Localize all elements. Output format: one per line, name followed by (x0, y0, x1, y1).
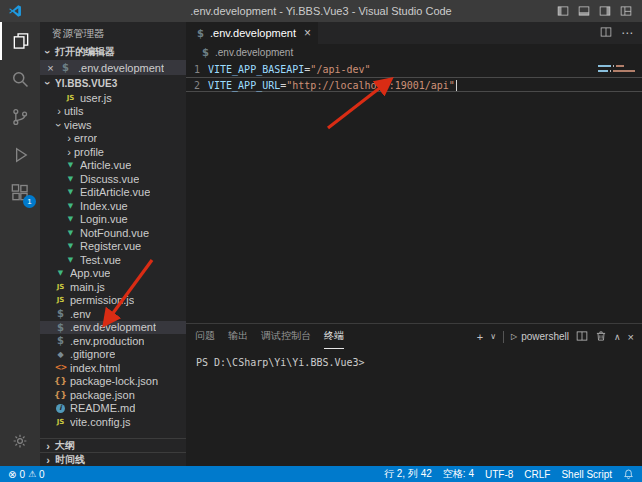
search-icon[interactable] (0, 60, 40, 98)
info-file-icon: i (56, 404, 65, 413)
terminal-shell-selector[interactable]: ▷ powershell (511, 331, 569, 342)
sidebar-bottom-sections: ›大纲›时间线 (40, 438, 186, 466)
tree-item-app.vue[interactable]: ▼App.vue (40, 267, 186, 281)
vue-file-icon: ▼ (64, 161, 77, 169)
vue-file-icon: ▼ (64, 175, 77, 183)
tree-item-index.vue[interactable]: ▼Index.vue (40, 199, 186, 213)
toggle-secondary-sidebar-icon[interactable] (599, 5, 611, 17)
code-editor[interactable]: 1VITE_APP_BASEAPI="/api-dev"2VITE_APP_UR… (186, 60, 642, 323)
open-editor-.env.development[interactable]: ×$.env.development (40, 60, 186, 75)
env-file-icon: $ (59, 62, 72, 73)
tree-item-.gitignore[interactable]: ◆.gitignore (40, 348, 186, 362)
chevron-right-icon: › (43, 455, 53, 465)
terminal-content[interactable]: PS D:\CSharp\Yi\Yi.BBS.Vue3> (186, 349, 642, 466)
project-header[interactable]: › YI.BBS.VUE3 (40, 75, 186, 91)
minimap[interactable] (594, 63, 642, 77)
tree-item-package-lock.json[interactable]: {}package-lock.json (40, 375, 186, 389)
shell-name: powershell (521, 331, 569, 342)
tree-item-views[interactable]: ›views (40, 118, 186, 132)
toggle-sidebar-icon[interactable] (557, 5, 569, 17)
run-debug-icon[interactable] (0, 136, 40, 174)
sidebar-section-timeline[interactable]: ›时间线 (40, 452, 186, 466)
tree-item-editarticle.vue[interactable]: ▼EditArticle.vue (40, 186, 186, 200)
env-file-icon: $ (54, 335, 67, 346)
editor-actions: ⋯ (600, 22, 642, 44)
code-line-2[interactable]: 2VITE_APP_URL="http://localhost:19001/ap… (186, 77, 642, 92)
file-name: user.js (80, 92, 112, 104)
tree-item-user.js[interactable]: JSuser.js (40, 91, 186, 105)
env-file-icon: $ (54, 308, 67, 319)
maximize-panel-icon[interactable]: ∧ (614, 332, 621, 342)
status-item-crlf[interactable]: CRLF (524, 469, 550, 480)
status-item-shell-script[interactable]: Shell Script (561, 469, 612, 480)
customize-layout-icon[interactable] (620, 5, 632, 17)
error-icon: ⊗ (8, 469, 16, 480)
tree-item-.env.development[interactable]: $.env.development (40, 321, 186, 335)
status-item-空格-4[interactable]: 空格: 4 (443, 467, 474, 481)
tree-item-vite.config.js[interactable]: JSvite.config.js (40, 415, 186, 429)
terminal-dropdown-icon[interactable]: ∨ (490, 332, 496, 341)
close-panel-icon[interactable]: × (628, 331, 634, 343)
problems-status[interactable]: ⊗ 0 ⚠ 0 (8, 469, 45, 480)
panel-tab-输出[interactable]: 输出 (228, 324, 248, 349)
editor-group: $.env.development× ⋯ $ .env.development … (186, 22, 642, 466)
code-line-1[interactable]: 1VITE_APP_BASEAPI="/api-dev" (186, 62, 642, 77)
file-name: App.vue (70, 267, 110, 279)
kill-terminal-icon[interactable] (595, 330, 607, 344)
settings-gear-icon[interactable] (0, 422, 40, 460)
main-area: 1 资源管理器 › 打开的编辑器 ×$.env.development › YI… (0, 22, 642, 466)
file-name: vite.config.js (70, 416, 131, 428)
tree-item-register.vue[interactable]: ▼Register.vue (40, 240, 186, 254)
section-label: 大纲 (55, 439, 75, 453)
tree-item-article.vue[interactable]: ▼Article.vue (40, 159, 186, 173)
tree-item-main.js[interactable]: JSmain.js (40, 280, 186, 294)
chevron-right-icon: › (64, 133, 74, 143)
tree-item-.env[interactable]: $.env (40, 307, 186, 321)
file-name: .gitignore (70, 348, 115, 360)
tree-item-login.vue[interactable]: ▼Login.vue (40, 213, 186, 227)
tree-item-notfound.vue[interactable]: ▼NotFound.vue (40, 226, 186, 240)
tree-item-package.json[interactable]: {}package.json (40, 388, 186, 402)
warning-icon: ⚠ (28, 469, 36, 479)
split-terminal-icon[interactable] (576, 330, 588, 344)
toggle-panel-icon[interactable] (578, 5, 590, 17)
env-file-icon: $ (54, 322, 67, 333)
status-bar: ⊗ 0 ⚠ 0 行 2, 列 42空格: 4UTF-8CRLFShell Scr… (0, 466, 642, 482)
extensions-icon[interactable]: 1 (0, 174, 40, 212)
tree-item-index.html[interactable]: <>index.html (40, 361, 186, 375)
env-file-icon: $ (194, 28, 207, 39)
tree-item-.env.production[interactable]: $.env.production (40, 334, 186, 348)
notifications-bell-icon[interactable] (623, 469, 634, 480)
status-item-utf-8[interactable]: UTF-8 (485, 469, 513, 480)
sidebar-section-outline[interactable]: ›大纲 (40, 438, 186, 452)
panel-tab-问题[interactable]: 问题 (195, 324, 215, 349)
tree-item-profile[interactable]: ›profile (40, 145, 186, 159)
file-name: .env (70, 308, 91, 320)
tree-item-permission.js[interactable]: JSpermission.js (40, 294, 186, 308)
js-file-icon: JS (54, 418, 67, 426)
file-tree: JSuser.js›utils›views›error›profile▼Arti… (40, 91, 186, 438)
file-name: Article.vue (80, 159, 131, 171)
open-editors-header[interactable]: › 打开的编辑器 (40, 44, 186, 60)
panel-tab-调试控制台[interactable]: 调试控制台 (261, 324, 311, 349)
vue-file-icon: ▼ (64, 256, 77, 264)
more-actions-icon[interactable]: ⋯ (621, 26, 633, 40)
tree-item-discuss.vue[interactable]: ▼Discuss.vue (40, 172, 186, 186)
split-editor-icon[interactable] (600, 26, 612, 41)
new-terminal-icon[interactable]: + (477, 331, 483, 343)
panel-tab-终端[interactable]: 终端 (324, 324, 344, 349)
status-item-行-2-列-42[interactable]: 行 2, 列 42 (384, 467, 432, 481)
file-name: package.json (70, 389, 135, 401)
source-control-icon[interactable] (0, 98, 40, 136)
close-icon[interactable]: × (304, 26, 311, 40)
vue-file-icon: ▼ (54, 269, 67, 277)
editor-tab-.env.development[interactable]: $.env.development× (186, 22, 318, 44)
tree-item-utils[interactable]: ›utils (40, 105, 186, 119)
close-icon[interactable]: × (45, 62, 56, 74)
breadcrumb[interactable]: $ .env.development (186, 44, 642, 60)
code-lines: 1VITE_APP_BASEAPI="/api-dev"2VITE_APP_UR… (186, 62, 642, 92)
tree-item-readme.md[interactable]: iREADME.md (40, 402, 186, 416)
explorer-icon[interactable] (0, 22, 40, 60)
tree-item-test.vue[interactable]: ▼Test.vue (40, 253, 186, 267)
tree-item-error[interactable]: ›error (40, 132, 186, 146)
